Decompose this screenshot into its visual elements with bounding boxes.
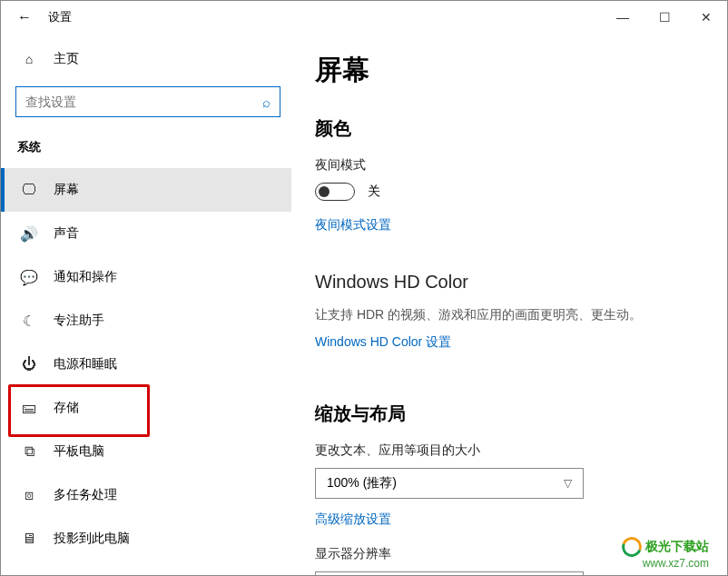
sidebar-item-multitasking[interactable]: ⧇ 多任务处理 (1, 473, 291, 517)
sound-icon: 🔊 (21, 225, 37, 243)
power-icon: ⏻ (21, 356, 37, 372)
home-nav[interactable]: ⌂ 主页 (1, 41, 291, 77)
scale-dropdown-value: 100% (推荐) (327, 475, 397, 492)
sidebar: ⌂ 主页 ⌕ 系统 🖵 屏幕 🔊 声音 💬 通知和操作 ☾ 专注助手 ⏻ (1, 34, 291, 576)
sidebar-item-label: 电源和睡眠 (54, 356, 117, 372)
back-button[interactable]: ← (6, 1, 43, 34)
sidebar-group-system: 系统 (1, 130, 291, 168)
notify-icon: 💬 (21, 269, 37, 286)
focus-icon: ☾ (21, 313, 37, 330)
sidebar-item-sound[interactable]: 🔊 声音 (1, 212, 291, 255)
project-icon: 🖥 (21, 531, 37, 547)
page-title: 屏幕 (315, 52, 711, 89)
sidebar-item-label: 平板电脑 (54, 443, 104, 460)
storage-icon: 🖴 (21, 400, 37, 416)
night-mode-settings-link[interactable]: 夜间模式设置 (315, 217, 391, 233)
search-box[interactable]: ⌕ (15, 86, 280, 117)
display-icon: 🖵 (21, 182, 37, 198)
night-mode-label: 夜间模式 (315, 157, 711, 174)
sidebar-item-tablet[interactable]: ⧉ 平板电脑 (1, 430, 291, 473)
hd-color-heading: Windows HD Color (315, 272, 711, 293)
close-button[interactable]: ✕ (685, 1, 727, 34)
home-label: 主页 (54, 51, 79, 67)
sidebar-item-label: 通知和操作 (54, 269, 117, 285)
search-input[interactable] (25, 94, 262, 109)
resolution-dropdown[interactable]: 1920 × 1080 (推荐) ▽ (315, 571, 584, 576)
sidebar-item-label: 多任务处理 (54, 487, 117, 503)
search-icon: ⌕ (262, 94, 271, 110)
home-icon: ⌂ (21, 52, 37, 66)
sidebar-item-label: 声音 (54, 225, 79, 242)
multitask-icon: ⧇ (21, 487, 37, 503)
hd-color-settings-link[interactable]: Windows HD Color 设置 (315, 334, 451, 351)
toggle-state-label: 关 (368, 184, 380, 200)
sidebar-item-display[interactable]: 🖵 屏幕 (1, 168, 291, 212)
sidebar-item-label: 投影到此电脑 (54, 531, 130, 547)
advanced-scaling-link[interactable]: 高级缩放设置 (315, 511, 391, 528)
sidebar-item-power-sleep[interactable]: ⏻ 电源和睡眠 (1, 343, 291, 386)
minimize-button[interactable]: — (602, 1, 644, 34)
window-title: 设置 (43, 9, 72, 25)
sidebar-item-notifications[interactable]: 💬 通知和操作 (1, 255, 291, 299)
sidebar-item-label: 专注助手 (54, 313, 104, 329)
tablet-icon: ⧉ (21, 443, 37, 460)
scale-label: 更改文本、应用等项目的大小 (315, 442, 711, 459)
scale-dropdown[interactable]: 100% (推荐) ▽ (315, 468, 584, 499)
sidebar-item-projecting[interactable]: 🖥 投影到此电脑 (1, 517, 291, 561)
scale-layout-heading: 缩放与布局 (315, 402, 711, 426)
sidebar-item-label: 屏幕 (54, 182, 79, 198)
hd-color-description: 让支持 HDR 的视频、游戏和应用的画面更明亮、更生动。 (315, 307, 711, 323)
main-content: 屏幕 颜色 夜间模式 关 夜间模式设置 Windows HD Color 让支持… (291, 34, 727, 576)
sidebar-item-label: 存储 (54, 400, 79, 416)
night-mode-toggle[interactable] (315, 183, 355, 201)
chevron-down-icon: ▽ (564, 477, 572, 490)
sidebar-item-focus-assist[interactable]: ☾ 专注助手 (1, 299, 291, 343)
maximize-button[interactable]: ☐ (644, 1, 685, 34)
resolution-label: 显示器分辨率 (315, 546, 711, 562)
color-heading: 颜色 (315, 116, 711, 141)
sidebar-item-storage[interactable]: 🖴 存储 (1, 386, 291, 430)
